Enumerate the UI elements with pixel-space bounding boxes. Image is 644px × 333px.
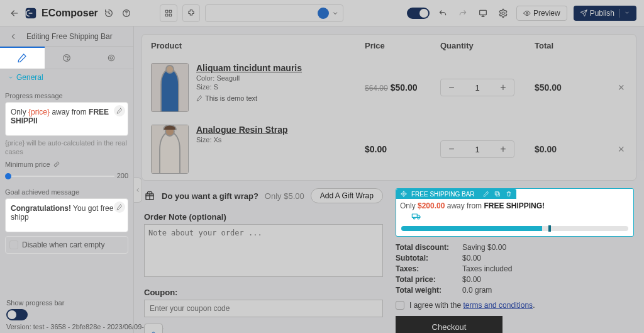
th-price: Price: [365, 41, 440, 50]
app-name: EComposer: [42, 8, 98, 19]
progress-note: {price} will be auto-calculated in the r…: [5, 138, 128, 157]
edit-icon[interactable]: [114, 105, 125, 116]
min-price-slider[interactable]: 200: [5, 171, 128, 182]
checkout-button[interactable]: Checkout: [396, 316, 502, 333]
th-product: Product: [151, 41, 365, 50]
terms-checkbox[interactable]: I agree with the terms and conditions.: [396, 301, 634, 310]
goal-message-input[interactable]: Congratulations! You got free shipp: [5, 198, 128, 232]
collapse-panel-icon[interactable]: [133, 178, 142, 203]
terms-link[interactable]: terms and conditions: [463, 301, 533, 310]
progress-bar: [401, 226, 628, 231]
product-title[interactable]: Analogue Resin Strap: [196, 125, 287, 135]
label-goal-message: Goal achieved message: [5, 188, 128, 196]
back-icon[interactable]: [6, 6, 20, 20]
label-progress-message: Progress message: [5, 92, 128, 99]
progress-message-input[interactable]: Only {price} away from FREE SHIPPII: [5, 102, 128, 136]
table-row: Analogue Resin Strap Size: Xs $0.00 −1+ …: [142, 118, 636, 180]
settings-icon[interactable]: [496, 6, 510, 20]
add-gift-wrap-button[interactable]: Add A Gift Wrap: [311, 188, 383, 203]
copy-icon[interactable]: [494, 190, 501, 198]
order-note-input[interactable]: [144, 224, 383, 277]
minus-icon: −: [446, 82, 457, 93]
svg-rect-5: [169, 14, 172, 16]
preview-button[interactable]: Preview: [516, 6, 567, 21]
link-icon: [53, 161, 60, 168]
quantity-stepper[interactable]: −1+: [440, 79, 514, 96]
pencil-icon: [196, 95, 203, 101]
pencil-icon[interactable]: [482, 190, 490, 198]
move-icon[interactable]: [400, 190, 408, 198]
tab-content[interactable]: [0, 47, 45, 69]
svg-rect-2: [165, 10, 168, 13]
status-chip: [318, 8, 329, 19]
table-row: Aliquam tincidunt mauris Color: Seagull …: [142, 57, 636, 118]
th-total: Total: [535, 41, 627, 50]
label-min-price: Minimum price: [5, 161, 128, 168]
svg-rect-20: [495, 192, 498, 195]
help-icon[interactable]: [119, 6, 133, 20]
svg-point-10: [65, 56, 66, 57]
th-qty: Quantity: [440, 41, 535, 50]
page-title: Editing Free Shipping Bar: [26, 32, 113, 41]
svg-rect-3: [169, 10, 172, 13]
svg-point-22: [413, 217, 415, 219]
label-show-progress: Show progress bar: [6, 299, 130, 307]
svg-rect-19: [496, 193, 499, 196]
remove-icon[interactable]: ×: [618, 143, 625, 156]
svg-point-13: [110, 57, 113, 59]
svg-rect-6: [480, 10, 487, 14]
section-general[interactable]: General: [5, 69, 128, 88]
tab-advanced[interactable]: [89, 47, 133, 69]
svg-point-9: [64, 54, 70, 61]
checkbox-icon: [9, 240, 18, 249]
grid-icon[interactable]: [160, 4, 177, 22]
desktop-icon[interactable]: [476, 6, 490, 20]
svg-point-11: [67, 57, 68, 57]
svg-point-8: [526, 12, 528, 14]
svg-point-7: [502, 12, 504, 14]
quantity-stepper[interactable]: −1+: [440, 140, 514, 158]
app-logo: EComposer: [24, 6, 98, 20]
back-arrow-icon[interactable]: [6, 30, 20, 43]
show-progress-toggle[interactable]: [6, 309, 28, 320]
svg-rect-21: [412, 214, 417, 217]
svg-rect-4: [165, 14, 168, 16]
coupon-input[interactable]: [144, 300, 383, 317]
publish-button[interactable]: Publish: [574, 6, 636, 21]
extension-icon[interactable]: [182, 4, 200, 22]
svg-point-15: [166, 65, 174, 73]
plus-icon: +: [497, 144, 509, 155]
label-order-note: Order Note (optional): [144, 212, 383, 222]
product-image: [151, 63, 189, 112]
scroll-top-icon[interactable]: [144, 324, 163, 333]
tab-design[interactable]: [45, 47, 89, 69]
history-icon[interactable]: [102, 6, 116, 20]
disable-when-empty-checkbox[interactable]: Disable when cart empty: [5, 236, 128, 254]
truck-icon: [410, 212, 633, 225]
label-coupon: Coupon:: [144, 288, 383, 297]
chevron-down-icon[interactable]: [619, 9, 630, 18]
svg-point-12: [67, 59, 68, 59]
gift-icon: [144, 190, 155, 201]
remove-icon[interactable]: ×: [618, 81, 625, 94]
product-image: [151, 125, 189, 174]
device-toggle[interactable]: [407, 8, 430, 19]
free-shipping-bar-block[interactable]: FREE SHIPPING BAR Only $200.00 away from…: [396, 188, 634, 237]
plus-icon: +: [497, 82, 509, 93]
product-title[interactable]: Aliquam tincidunt mauris: [196, 63, 302, 73]
edit-icon[interactable]: [114, 201, 125, 213]
search-select[interactable]: [205, 4, 343, 22]
svg-point-23: [418, 217, 419, 219]
undo-icon[interactable]: [436, 6, 450, 20]
trash-icon[interactable]: [505, 190, 513, 198]
minus-icon: −: [446, 144, 457, 155]
checkbox-icon: [396, 301, 404, 310]
redo-icon[interactable]: [456, 6, 470, 20]
